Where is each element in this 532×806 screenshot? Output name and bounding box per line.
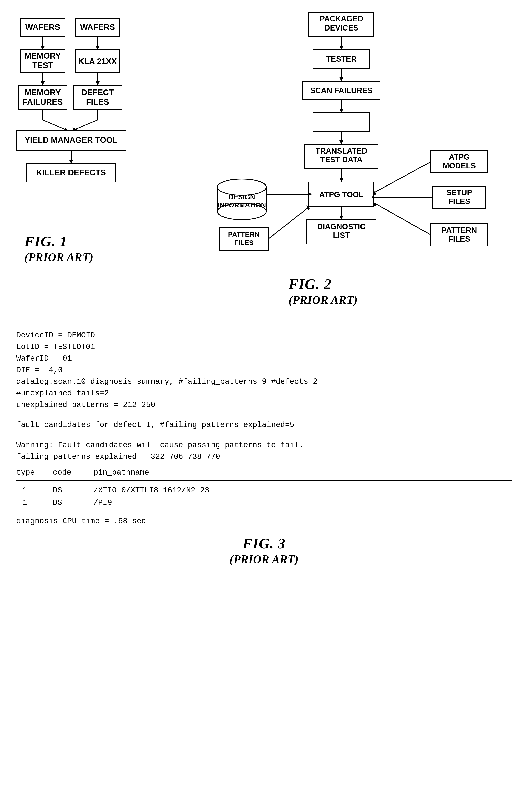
fig2-container: PACKAGED DEVICES TESTER SCAN FAILURES (207, 8, 524, 307)
datalog-line: datalog.scan.10 diagnosis summary, #fail… (16, 376, 512, 387)
col-pin-header: pin_pathname (77, 466, 240, 479)
table-row-1: 1 DS /XTIO_0/XTTLI8_1612/N2_23 (16, 484, 512, 497)
atpg-models-label: ATPG (449, 153, 470, 161)
svg-text:MODELS: MODELS (443, 162, 476, 170)
svg-marker-33 (339, 77, 343, 81)
svg-line-70 (375, 203, 431, 235)
lot-id-line: LotID = TESTLOT01 (16, 341, 512, 353)
wafers2-label: WAFERS (80, 22, 115, 32)
packaged-devices-label: PACKAGED (320, 15, 363, 23)
svg-text:INFORMATION: INFORMATION (217, 201, 266, 209)
svg-line-21 (73, 120, 97, 130)
warning-block: Warning: Fault candidates will cause pas… (16, 439, 512, 466)
row1-type: 1 (16, 484, 41, 497)
fig1-title: FIG. 1 (24, 233, 167, 250)
fig1-label: FIG. 1 (PRIOR ART) (24, 233, 167, 264)
fig1-diagram: WAFERS WAFERS MEMORY TEST KLA 21XX (12, 16, 167, 230)
pattern-files-left-label: PATTERN (228, 231, 260, 238)
table-header: type code pin_pathname (16, 466, 512, 481)
table-row-2: 1 DS /PI9 (16, 497, 512, 509)
fig2-diagram: PACKAGED DEVICES TESTER SCAN FAILURES (207, 8, 524, 273)
fig3-label: FIG. 3 (PRIOR ART) (16, 535, 512, 566)
fig1-container: WAFERS WAFERS MEMORY TEST KLA 21XX (12, 16, 167, 264)
diagnostic-list-label: DIAGNOSTIC (317, 222, 366, 231)
svg-line-18 (43, 120, 67, 130)
unexplained-fails-line: #unexplained_fails=2 (16, 387, 512, 399)
svg-marker-30 (339, 46, 343, 50)
kla-label: KLA 21XX (78, 57, 117, 66)
wafer-id-line: WaferID = 01 (16, 353, 512, 364)
row1-code: DS (41, 484, 77, 497)
svg-marker-36 (339, 109, 343, 113)
row1-pin: /XTIO_0/XTTLI8_1612/N2_23 (77, 484, 240, 497)
device-id-line: DeviceID = DEMOID (16, 329, 512, 341)
fig3-subtitle: (PRIOR ART) (16, 553, 512, 566)
row2-type: 1 (16, 497, 41, 509)
svg-text:FILES: FILES (448, 197, 470, 206)
row2-pin: /PI9 (77, 497, 240, 509)
memory-test-label: MEMORY (24, 51, 61, 60)
data-block-top: DeviceID = DEMOID LotID = TESTLOT01 Wafe… (16, 329, 512, 415)
setup-files-label: SETUP (446, 188, 472, 197)
col-code-header: code (41, 466, 77, 479)
svg-text:TEST DATA: TEST DATA (320, 155, 362, 164)
page: WAFERS WAFERS MEMORY TEST KLA 21XX (0, 0, 532, 806)
svg-rect-37 (313, 113, 370, 131)
wafers1-label: WAFERS (25, 22, 60, 32)
svg-marker-39 (339, 140, 343, 144)
defect-files-label: DEFECT (81, 88, 114, 97)
svg-marker-3 (41, 46, 45, 50)
svg-text:FILES: FILES (86, 97, 109, 106)
fig2-subtitle: (PRIOR ART) (288, 293, 524, 307)
svg-point-52 (217, 179, 266, 195)
svg-text:FILES: FILES (448, 235, 470, 243)
svg-marker-10 (41, 81, 45, 86)
fig2-label: FIG. 2 (PRIOR ART) (288, 276, 524, 307)
failing-patterns-line: failing patterns explained = 322 706 738… (16, 451, 512, 462)
row2-code: DS (41, 497, 77, 509)
svg-line-58 (268, 207, 308, 239)
warning-line: Warning: Fault candidates will cause pas… (16, 439, 512, 451)
svg-marker-46 (339, 216, 343, 220)
tester-label: TESTER (326, 55, 357, 63)
unexplained-patterns-line: unexplained patterns = 212 250 (16, 399, 512, 410)
fig3-title: FIG. 3 (16, 535, 512, 552)
svg-marker-43 (339, 178, 343, 182)
memory-failures-label: MEMORY (24, 88, 61, 97)
fig1-subtitle: (PRIOR ART) (24, 251, 167, 264)
pattern-files-right-label: PATTERN (441, 226, 477, 235)
die-line: DIE = -4,0 (16, 364, 512, 376)
svg-text:FILES: FILES (234, 239, 253, 246)
translated-test-data-label: TRANSLATED (316, 147, 367, 155)
table-block: type code pin_pathname 1 DS /XTIO_0/XTTL… (16, 466, 512, 509)
fault-candidates-line: fault candidates for defect 1, #failing_… (16, 419, 512, 435)
design-information-label: DESIGN (229, 193, 255, 201)
svg-marker-5 (95, 46, 99, 50)
cpu-time-line: diagnosis CPU time = .68 sec (16, 511, 512, 527)
svg-line-62 (375, 162, 431, 192)
yield-manager-label: YIELD MANAGER TOOL (24, 135, 117, 144)
fig2-title: FIG. 2 (288, 276, 524, 293)
col-type-header: type (16, 466, 41, 479)
fig3-container: DeviceID = DEMOID LotID = TESTLOT01 Wafe… (16, 329, 512, 566)
svg-marker-25 (69, 160, 73, 164)
svg-marker-12 (95, 81, 99, 86)
killer-defects-label: KILLER DEFECTS (36, 168, 106, 177)
svg-text:LIST: LIST (333, 231, 350, 240)
svg-text:FAILURES: FAILURES (22, 97, 63, 106)
svg-text:DEVICES: DEVICES (324, 23, 359, 32)
atpg-tool-label: ATPG TOOL (319, 190, 363, 199)
scan-failures-label: SCAN FAILURES (310, 86, 373, 95)
svg-text:TEST: TEST (32, 61, 53, 70)
